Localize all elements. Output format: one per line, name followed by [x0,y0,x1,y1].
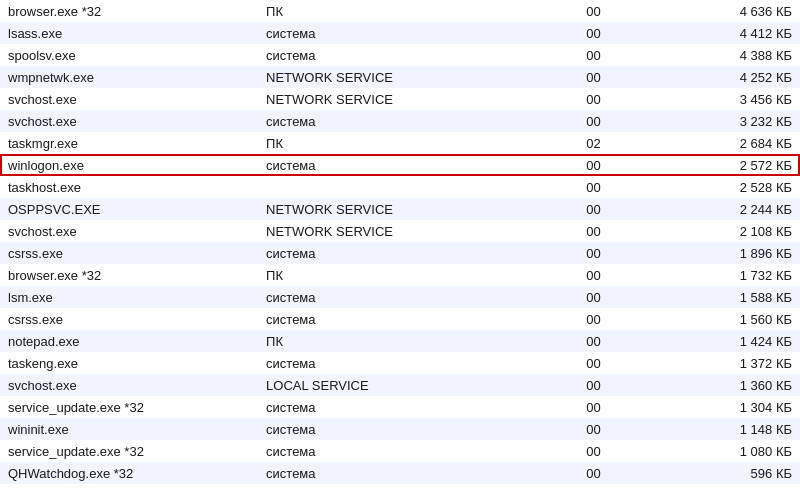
process-name: wininit.exe [0,418,258,440]
process-user: система [258,418,542,440]
table-row[interactable]: lsm.exeсистема001 588 КБ [0,286,800,308]
process-table-container: browser.exe *32ПК004 636 КБlsass.exeсист… [0,0,800,484]
process-name: svchost.exe [0,110,258,132]
table-row[interactable]: taskhost.exe002 528 КБ [0,176,800,198]
process-user: NETWORK SERVICE [258,88,542,110]
process-user: система [258,352,542,374]
process-memory: 3 232 КБ [645,110,800,132]
process-user: ПК [258,330,542,352]
process-name: csrss.exe [0,308,258,330]
process-name: QHWatchdog.exe *32 [0,462,258,484]
process-user: система [258,242,542,264]
process-user: система [258,44,542,66]
process-pid: 00 [542,286,645,308]
table-row[interactable]: wmpnetwk.exeNETWORK SERVICE004 252 КБ [0,66,800,88]
process-memory: 1 896 КБ [645,242,800,264]
process-user: система [258,154,542,176]
process-pid: 00 [542,264,645,286]
process-name: service_update.exe *32 [0,440,258,462]
process-pid: 00 [542,66,645,88]
table-row[interactable]: csrss.exeсистема001 560 КБ [0,308,800,330]
process-user: NETWORK SERVICE [258,220,542,242]
process-name: svchost.exe [0,88,258,110]
process-pid: 02 [542,132,645,154]
process-user: система [258,440,542,462]
process-memory: 1 560 КБ [645,308,800,330]
process-pid: 00 [542,462,645,484]
process-user: система [258,396,542,418]
process-name: service_update.exe *32 [0,396,258,418]
table-row[interactable]: svchost.exeсистема003 232 КБ [0,110,800,132]
process-memory: 2 572 КБ [645,154,800,176]
table-row[interactable]: QHWatchdog.exe *32система00596 КБ [0,462,800,484]
process-memory: 2 108 КБ [645,220,800,242]
process-pid: 00 [542,198,645,220]
process-user: система [258,286,542,308]
process-name: svchost.exe [0,374,258,396]
table-row[interactable]: notepad.exeПК001 424 КБ [0,330,800,352]
process-memory: 4 252 КБ [645,66,800,88]
process-memory: 4 412 КБ [645,22,800,44]
process-pid: 00 [542,418,645,440]
table-row[interactable]: taskmgr.exeПК022 684 КБ [0,132,800,154]
process-user: система [258,308,542,330]
table-row[interactable]: svchost.exeNETWORK SERVICE002 108 КБ [0,220,800,242]
process-memory: 2 684 КБ [645,132,800,154]
table-row[interactable]: spoolsv.exeсистема004 388 КБ [0,44,800,66]
process-memory: 2 244 КБ [645,198,800,220]
process-pid: 00 [542,352,645,374]
process-pid: 00 [542,44,645,66]
process-pid: 00 [542,308,645,330]
process-memory: 4 636 КБ [645,0,800,22]
table-row[interactable]: browser.exe *32ПК001 732 КБ [0,264,800,286]
process-name: svchost.exe [0,220,258,242]
process-pid: 00 [542,22,645,44]
process-pid: 00 [542,154,645,176]
table-row[interactable]: wininit.exeсистема001 148 КБ [0,418,800,440]
process-name: browser.exe *32 [0,0,258,22]
table-row[interactable]: csrss.exeсистема001 896 КБ [0,242,800,264]
process-pid: 00 [542,0,645,22]
table-row[interactable]: lsass.exeсистема004 412 КБ [0,22,800,44]
process-pid: 00 [542,110,645,132]
process-memory: 1 148 КБ [645,418,800,440]
process-user: NETWORK SERVICE [258,66,542,88]
process-name: notepad.exe [0,330,258,352]
process-name: taskmgr.exe [0,132,258,154]
process-user: NETWORK SERVICE [258,198,542,220]
table-row[interactable]: service_update.exe *32система001 304 КБ [0,396,800,418]
process-user: система [258,462,542,484]
table-row[interactable]: service_update.exe *32система001 080 КБ [0,440,800,462]
process-user [258,176,542,198]
process-pid: 00 [542,440,645,462]
table-row[interactable]: winlogon.exeсистема002 572 КБ [0,154,800,176]
process-memory: 1 304 КБ [645,396,800,418]
process-memory: 4 388 КБ [645,44,800,66]
process-name: taskeng.exe [0,352,258,374]
table-row[interactable]: browser.exe *32ПК004 636 КБ [0,0,800,22]
process-name: csrss.exe [0,242,258,264]
process-pid: 00 [542,220,645,242]
process-table: browser.exe *32ПК004 636 КБlsass.exeсист… [0,0,800,484]
process-name: OSPPSVC.EXE [0,198,258,220]
process-name: wmpnetwk.exe [0,66,258,88]
process-name: lsass.exe [0,22,258,44]
process-memory: 1 372 КБ [645,352,800,374]
process-memory: 1 424 КБ [645,330,800,352]
table-row[interactable]: svchost.exeLOCAL SERVICE001 360 КБ [0,374,800,396]
process-user: система [258,22,542,44]
process-name: winlogon.exe [0,154,258,176]
process-pid: 00 [542,242,645,264]
process-pid: 00 [542,374,645,396]
process-memory: 3 456 КБ [645,88,800,110]
process-name: spoolsv.exe [0,44,258,66]
table-row[interactable]: OSPPSVC.EXENETWORK SERVICE002 244 КБ [0,198,800,220]
process-user: LOCAL SERVICE [258,374,542,396]
process-memory: 1 732 КБ [645,264,800,286]
process-memory: 2 528 КБ [645,176,800,198]
table-row[interactable]: svchost.exeNETWORK SERVICE003 456 КБ [0,88,800,110]
process-memory: 1 588 КБ [645,286,800,308]
process-user: ПК [258,0,542,22]
table-row[interactable]: taskeng.exeсистема001 372 КБ [0,352,800,374]
process-pid: 00 [542,176,645,198]
